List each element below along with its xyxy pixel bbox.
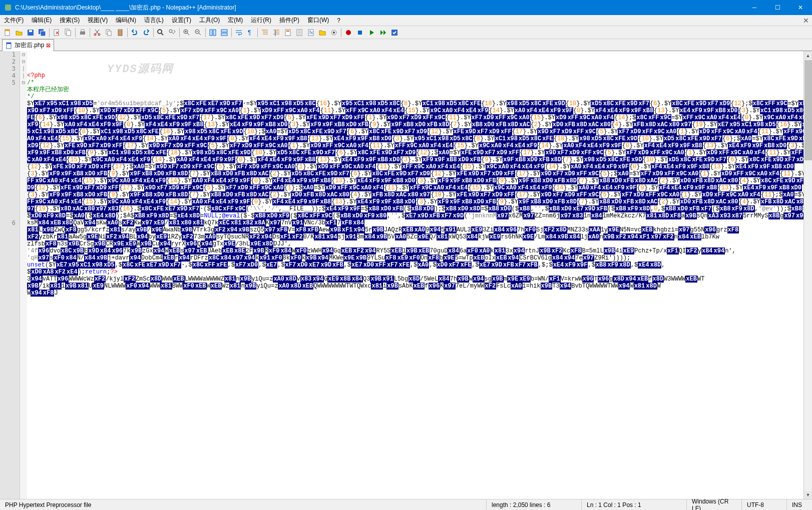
status-encoding: UTF-8 <box>742 499 787 510</box>
replace-button[interactable] <box>167 27 178 38</box>
close-file-button[interactable]: ✕ <box>51 27 62 38</box>
svg-rect-28 <box>285 30 290 36</box>
status-language: PHP Hypertext Preprocessor file <box>0 499 487 510</box>
svg-point-20 <box>169 30 172 33</box>
copy-button[interactable] <box>103 27 114 38</box>
svg-rect-2 <box>5 30 10 31</box>
zoom-in-button[interactable] <box>181 27 192 38</box>
menu-macro[interactable]: 宏(M) <box>224 15 247 26</box>
fold-column[interactable]: ⊟⊟||⊟ <box>20 51 27 499</box>
tab-close-icon[interactable]: ⊠ <box>46 42 51 49</box>
toolbar: ✕ ¶ fx <box>0 26 812 39</box>
cut-button[interactable] <box>92 27 103 38</box>
window-title: C:\Users\Administrator\Desktop\____ ____… <box>15 4 743 12</box>
save-macro-button[interactable] <box>389 27 400 38</box>
status-position: Ln : 1 Col : 1 Pos : 1 <box>582 499 687 510</box>
line-number-gutter[interactable]: 123456 <box>0 51 20 499</box>
svg-rect-0 <box>5 5 11 11</box>
tab-active[interactable]: 加密后.php ⊠ <box>2 39 54 51</box>
svg-rect-23 <box>210 30 212 36</box>
menu-window[interactable]: 窗口(W) <box>303 15 333 26</box>
maximize-button[interactable]: ☐ <box>766 0 789 15</box>
svg-point-34 <box>333 32 335 34</box>
sync-h-button[interactable] <box>219 27 230 38</box>
status-bar: PHP Hypertext Preprocessor file length :… <box>0 499 812 510</box>
zoom-out-button[interactable] <box>193 27 204 38</box>
scroll-thumb[interactable] <box>804 60 812 160</box>
menu-run[interactable]: 运行(R) <box>247 15 275 26</box>
svg-rect-10 <box>67 31 71 36</box>
indent-guide-button[interactable] <box>259 27 270 38</box>
save-button[interactable] <box>25 27 36 38</box>
wordwrap-button[interactable] <box>233 27 244 38</box>
menu-encoding[interactable]: 编码(N) <box>112 15 140 26</box>
status-length: length : 2,050 lines : 6 <box>487 499 582 510</box>
scroll-down-icon[interactable]: ▼ <box>804 490 812 499</box>
sync-v-button[interactable] <box>207 27 218 38</box>
show-chars-button[interactable]: ¶ <box>245 27 256 38</box>
editor: 123456 ⊟⊟||⊟ YYDS源码网 <?php/*本程序已经加密*/$Yx… <box>0 51 812 499</box>
vertical-scrollbar[interactable]: ▲ ▼ <box>803 51 812 499</box>
find-button[interactable] <box>155 27 166 38</box>
menu-search[interactable]: 搜索(S) <box>56 15 84 26</box>
svg-rect-25 <box>221 30 227 32</box>
svg-text:fx: fx <box>309 30 313 35</box>
svg-text:¶: ¶ <box>248 29 251 36</box>
menu-settings[interactable]: 设置(T) <box>168 15 195 26</box>
paste-button[interactable] <box>115 27 126 38</box>
menu-view[interactable]: 视图(V) <box>84 15 112 26</box>
tab-bar: 加密后.php ⊠ <box>0 39 812 51</box>
ud-lang-button[interactable] <box>271 27 282 38</box>
print-button[interactable] <box>77 27 88 38</box>
close-all-button[interactable] <box>63 27 74 38</box>
record-macro-button[interactable] <box>343 27 354 38</box>
stop-macro-button[interactable] <box>354 27 365 38</box>
menu-language[interactable]: 语言(L) <box>140 15 168 26</box>
status-eol: Windows (CR LF) <box>687 499 742 510</box>
svg-text:✕: ✕ <box>55 30 59 36</box>
svg-rect-12 <box>81 30 84 32</box>
doc-list-button[interactable] <box>294 27 305 38</box>
status-insert-mode: INS <box>787 499 812 510</box>
folder-button[interactable] <box>317 27 328 38</box>
menu-tools[interactable]: 工具(O) <box>195 15 224 26</box>
svg-rect-36 <box>358 31 362 35</box>
svg-rect-6 <box>41 31 46 36</box>
undo-button[interactable] <box>129 27 140 38</box>
svg-rect-4 <box>29 30 32 32</box>
minimize-button[interactable]: ─ <box>743 0 766 15</box>
menu-help[interactable]: ? <box>333 16 344 26</box>
new-file-button[interactable] <box>2 27 13 38</box>
svg-rect-26 <box>221 33 227 36</box>
menu-bar: 文件(F) 编辑(E) 搜索(S) 视图(V) 编码(N) 语言(L) 设置(T… <box>0 15 812 26</box>
menu-edit[interactable]: 编辑(E) <box>28 15 56 26</box>
open-file-button[interactable] <box>14 27 25 38</box>
svg-rect-39 <box>7 43 11 44</box>
svg-rect-29 <box>286 31 289 32</box>
svg-rect-24 <box>213 30 216 36</box>
func-list-button[interactable]: fx <box>305 27 316 38</box>
svg-rect-16 <box>108 31 111 36</box>
svg-point-19 <box>158 30 162 34</box>
svg-rect-11 <box>80 32 85 35</box>
menu-plugins[interactable]: 插件(P) <box>275 15 303 26</box>
menu-file[interactable]: 文件(F) <box>0 15 28 26</box>
menu-close-icon[interactable]: ✕ <box>803 17 809 25</box>
play-macro-button[interactable] <box>366 27 377 38</box>
file-icon <box>6 42 13 49</box>
save-all-button[interactable] <box>37 27 48 38</box>
title-bar: C:\Users\Administrator\Desktop\____ ____… <box>0 0 812 15</box>
svg-point-35 <box>346 30 351 35</box>
scroll-up-icon[interactable]: ▲ <box>804 51 812 60</box>
close-button[interactable]: ✕ <box>789 0 812 15</box>
redo-button[interactable] <box>141 27 152 38</box>
doc-map-button[interactable] <box>282 27 293 38</box>
monitor-button[interactable] <box>328 27 339 38</box>
code-area[interactable]: YYDS源码网 <?php/*本程序已经加密*/$YxE7x95xC1x98xD… <box>27 51 812 499</box>
app-icon <box>4 4 12 12</box>
tab-filename: 加密后.php <box>15 41 44 50</box>
play-multi-button[interactable] <box>377 27 388 38</box>
svg-rect-18 <box>119 29 121 31</box>
